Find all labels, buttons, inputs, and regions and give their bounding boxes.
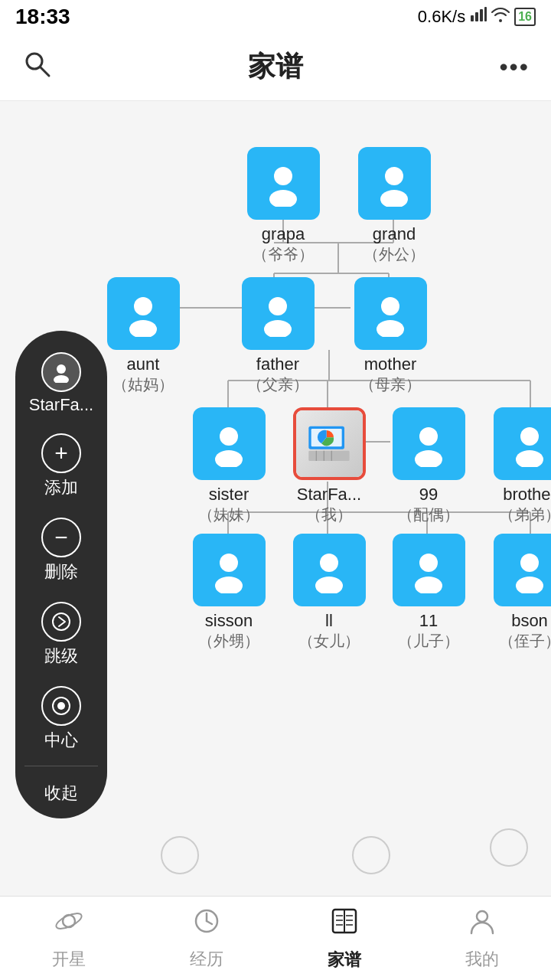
delete-icon: − [41,518,81,557]
svg-point-54 [516,450,543,467]
svg-point-59 [419,554,438,572]
name-grand: grand [373,224,416,244]
role-grapa: （爷爷） [253,244,314,265]
node-11[interactable]: 11 （儿子） [386,534,471,652]
sidebar-delete-label: 删除 [44,560,78,583]
sidebar-item-delete[interactable]: − 删除 [15,508,107,593]
sidebar-jump-label: 跳级 [44,645,78,668]
svg-point-64 [54,375,69,383]
svg-rect-0 [471,15,474,21]
node-father[interactable]: father （父亲） [236,277,320,395]
node-brother[interactable]: brother （弟弟） [487,407,551,525]
main-content: grapa （爷爷） grand （外公） aunt （姑妈） father （… [0,101,551,905]
role-bson: （侄子） [499,631,551,652]
svg-point-38 [269,297,287,315]
svg-line-72 [207,921,212,924]
dot-left[interactable] [161,836,199,874]
sidebar-profile-label: StarFa... [29,395,93,415]
svg-point-67 [57,702,65,710]
node-grand[interactable]: grand （外公） [352,147,436,265]
name-starfa: StarFa... [297,485,361,505]
sidebar-collapse-button[interactable]: 收起 [15,771,107,818]
svg-point-37 [129,320,157,337]
role-aunt: （姑妈） [112,374,174,395]
nav-item-jiapu[interactable]: 家谱 [276,905,413,972]
avatar-bson [494,534,552,606]
avatar-grapa [247,147,320,220]
svg-point-33 [269,190,297,207]
app-header: 家谱 ••• [0,34,551,101]
bottom-nav: 开星 经历 家谱 [0,896,551,980]
avatar-brother [494,407,552,480]
svg-point-63 [57,364,66,374]
signal-icon [470,6,487,28]
battery-icon: 16 [514,8,536,26]
sidebar-item-profile[interactable]: StarFa... [15,343,107,424]
node-aunt[interactable]: aunt （姑妈） [101,277,185,395]
pagination-dots [161,836,390,874]
book-icon [328,905,360,944]
node-ll[interactable]: ll （女儿） [287,534,371,652]
nav-label-wode: 我的 [465,948,499,971]
more-icon[interactable]: ••• [499,53,530,81]
dot-right[interactable] [490,828,528,867]
nav-item-wode[interactable]: 我的 [413,906,551,971]
svg-point-51 [419,427,438,446]
svg-point-42 [220,427,238,446]
saturn-icon [54,906,84,943]
node-starfa[interactable]: StarFa... （我） [287,407,371,525]
role-starfa: （我） [306,505,352,525]
svg-point-35 [380,190,408,207]
avatar-sister [193,407,266,480]
nav-item-jingji[interactable]: 经历 [138,906,276,971]
role-brother: （弟弟） [499,505,551,525]
name-grapa: grapa [262,224,305,244]
node-99[interactable]: 99 （配偶） [386,407,471,525]
person-nav-icon [467,906,497,943]
page-title: 家谱 [248,48,303,86]
sidebar-item-jump[interactable]: 跳级 [15,593,107,677]
avatar-mother [354,277,427,350]
name-11: 11 [419,611,438,631]
svg-point-34 [385,167,403,185]
name-99: 99 [419,485,438,505]
svg-point-65 [53,613,70,630]
wifi-icon [491,7,510,27]
role-mother: （母亲） [360,374,421,395]
role-sisson: （外甥） [198,631,259,652]
avatar-grand [358,147,431,220]
avatar-starfa [293,407,366,480]
node-sister[interactable]: sister （妹妹） [187,407,271,525]
status-bar: 18:33 0.6K/s 16 [0,0,551,34]
collapse-label: 收起 [44,783,78,802]
node-bson[interactable]: bson （侄子） [487,534,551,652]
name-brother: brother [503,485,551,505]
center-icon [41,686,81,726]
name-sister: sister [209,485,249,505]
node-mother[interactable]: mother （母亲） [348,277,432,395]
svg-rect-47 [308,450,349,460]
network-speed: 0.6K/s [418,7,465,27]
role-99: （配偶） [398,505,459,525]
clock-icon [191,906,222,943]
add-icon: + [41,433,81,473]
nav-label-jingji: 经历 [190,948,223,971]
search-icon[interactable] [21,48,52,86]
nav-label-jiapu: 家谱 [328,949,361,972]
nav-item-kaixin[interactable]: 开星 [0,906,138,971]
sidebar-item-add[interactable]: + 添加 [15,424,107,508]
svg-point-58 [315,577,343,593]
name-ll: ll [325,611,333,631]
nav-label-kaixin: 开星 [52,948,86,971]
status-time: 18:33 [15,5,70,29]
svg-point-55 [220,554,238,572]
node-grapa[interactable]: grapa （爷爷） [241,147,325,265]
avatar-11 [393,534,465,606]
sidebar-item-center[interactable]: 中心 [15,677,107,761]
node-sisson[interactable]: sisson （外甥） [187,534,271,652]
role-father: （父亲） [247,374,308,395]
dot-center[interactable] [352,836,390,874]
avatar-ll [293,534,366,606]
sidebar-divider [24,766,98,766]
svg-point-53 [520,427,539,446]
